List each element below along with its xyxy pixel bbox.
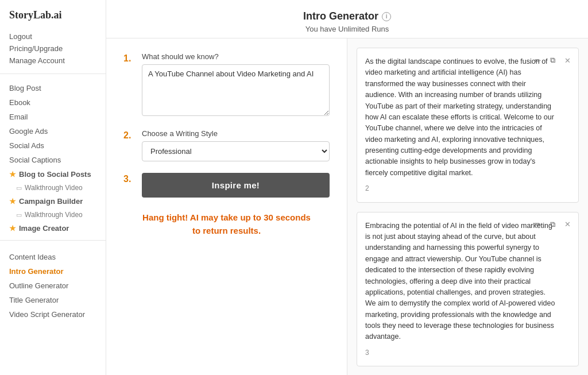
video-icon: ▭ — [16, 184, 22, 192]
app-logo: StoryLab.ai — [0, 9, 106, 30]
card-2-close-button[interactable]: ✕ — [561, 218, 574, 231]
star-icon: ★ — [9, 170, 16, 179]
loading-message: Hang tight! AI may take up to 30 seconds… — [123, 211, 330, 237]
sidebar: StoryLab.ai Logout Pricing/Upgrade Manag… — [0, 0, 106, 375]
nav-blog-social-walkthrough[interactable]: ▭ Walkthrough Video — [0, 181, 106, 194]
nav-social-captions[interactable]: Social Captions — [0, 153, 106, 167]
card-2-copy-button[interactable]: ⧉ — [546, 218, 559, 231]
step-1-label: What should we know? — [142, 52, 330, 61]
nav-campaign-builder[interactable]: ★ Campaign Builder — [0, 194, 106, 208]
step-1-content: What should we know? — [142, 52, 330, 118]
sidebar-divider — [0, 240, 106, 241]
result-card-1: ✏ ⧉ ✕ As the digital landscape continues… — [357, 48, 579, 203]
nav-social-ads[interactable]: Social Ads — [0, 138, 106, 153]
card-1-actions: ✏ ⧉ ✕ — [531, 54, 574, 67]
writing-style-select[interactable]: Professional Casual Formal Creative Frie… — [142, 141, 330, 161]
step-1-number: 1. — [123, 52, 135, 64]
sidebar-nav: Blog Post Ebook Email Google Ads Social … — [0, 74, 106, 326]
what-should-we-know-input[interactable] — [142, 64, 330, 116]
nav-content-ideas[interactable]: Content Ideas — [0, 250, 106, 264]
logout-link[interactable]: Logout — [9, 30, 96, 42]
step-2-content: Choose a Writing Style Professional Casu… — [142, 129, 330, 161]
nav-video-script[interactable]: Video Script Generator — [0, 307, 106, 322]
step-2-number: 2. — [123, 129, 135, 141]
video-icon: ▭ — [16, 211, 22, 219]
unlimited-badge: You have Unlimited Runs — [106, 25, 588, 33]
card-2-edit-button[interactable]: ✏ — [531, 218, 544, 231]
results-panel: ✏ ⧉ ✕ As the digital landscape continues… — [347, 38, 588, 375]
form-step-1: 1. What should we know? — [123, 52, 330, 118]
nav-ebook[interactable]: Ebook — [0, 95, 106, 110]
nav-email[interactable]: Email — [0, 110, 106, 124]
nav-outline-generator[interactable]: Outline Generator — [0, 279, 106, 293]
main-area: Intro Generator i You have Unlimited Run… — [106, 0, 588, 375]
star-icon: ★ — [9, 224, 16, 233]
inspire-button[interactable]: Inspire me! — [142, 173, 330, 198]
card-2-number: 3 — [365, 347, 555, 358]
nav-title-generator[interactable]: Title Generator — [0, 293, 106, 307]
nav-blog-post[interactable]: Blog Post — [0, 81, 106, 95]
form-step-3: 3. Inspire me! — [123, 173, 330, 198]
card-2-text: Embracing the potential of AI in the fie… — [365, 221, 555, 343]
result-card-2: ✏ ⧉ ✕ Embracing the potential of AI in t… — [357, 212, 579, 367]
step-3-content: Inspire me! — [142, 173, 330, 198]
nav-google-ads[interactable]: Google Ads — [0, 124, 106, 138]
card-1-number: 2 — [365, 183, 555, 194]
manage-account-link[interactable]: Manage Account — [9, 55, 96, 67]
nav-intro-generator[interactable]: Intro Generator — [0, 264, 106, 279]
sidebar-top-links: Logout Pricing/Upgrade Manage Account — [0, 30, 106, 74]
nav-campaign-walkthrough[interactable]: ▭ Walkthrough Video — [0, 208, 106, 221]
page-title: Intro Generator i — [303, 10, 391, 22]
step-3-number: 3. — [123, 173, 135, 184]
pricing-link[interactable]: Pricing/Upgrade — [9, 42, 96, 55]
card-1-text: As the digital landscape continues to ev… — [365, 56, 555, 179]
content-area: 1. What should we know? 2. Choose a Writ… — [106, 38, 588, 375]
card-1-edit-button[interactable]: ✏ — [531, 54, 544, 67]
card-2-actions: ✏ ⧉ ✕ — [531, 218, 574, 231]
nav-blog-social-posts[interactable]: ★ Blog to Social Posts — [0, 167, 106, 181]
page-header: Intro Generator i You have Unlimited Run… — [106, 0, 588, 38]
form-step-2: 2. Choose a Writing Style Professional C… — [123, 129, 330, 161]
star-icon: ★ — [9, 197, 16, 206]
sidebar-bottom-items: Content Ideas Intro Generator Outline Ge… — [0, 245, 106, 326]
card-1-close-button[interactable]: ✕ — [561, 54, 574, 67]
form-panel: 1. What should we know? 2. Choose a Writ… — [106, 38, 347, 375]
info-icon[interactable]: i — [382, 12, 391, 21]
nav-image-creator[interactable]: ★ Image Creator — [0, 221, 106, 235]
card-1-copy-button[interactable]: ⧉ — [546, 54, 559, 67]
step-2-label: Choose a Writing Style — [142, 129, 330, 138]
